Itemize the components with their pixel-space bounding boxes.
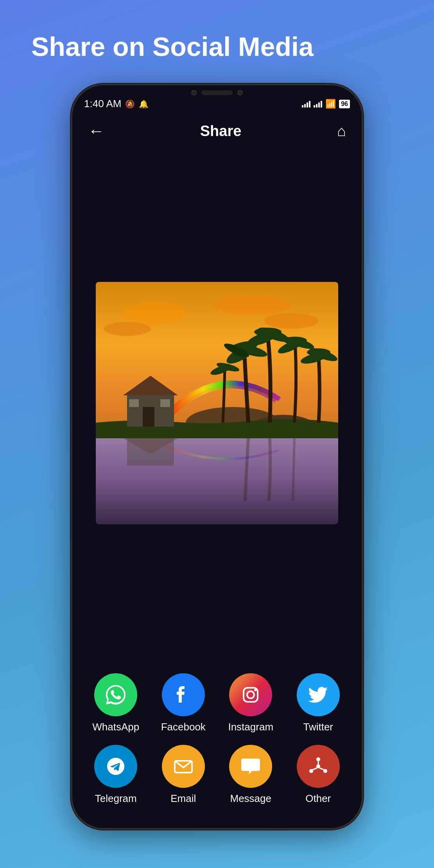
telegram-label: Telegram: [95, 793, 137, 805]
twitter-label: Twitter: [303, 721, 333, 733]
app-bar: ← Share ⌂: [72, 114, 362, 148]
back-button[interactable]: ←: [88, 122, 104, 140]
page-title-text: Share on Social Media: [0, 0, 434, 85]
svg-rect-11: [129, 399, 139, 407]
svg-point-4: [264, 313, 319, 329]
svg-rect-12: [160, 399, 170, 407]
speaker-notch: [201, 90, 233, 95]
svg-point-19: [254, 328, 282, 336]
twitter-icon: [307, 683, 330, 707]
svg-point-5: [104, 322, 151, 336]
sunset-svg: [96, 282, 338, 524]
other-icon-circle: [297, 745, 340, 788]
instagram-icon-circle: [229, 673, 272, 716]
share-item-instagram[interactable]: Instagram: [223, 673, 279, 733]
whatsapp-icon: [104, 683, 127, 707]
svg-line-40: [319, 768, 324, 770]
message-icon: [239, 755, 262, 778]
image-container: [72, 148, 362, 658]
time-display: 1:40 AM: [84, 98, 121, 110]
email-icon: [172, 755, 195, 778]
status-right: 📶 96: [302, 99, 350, 109]
svg-line-39: [312, 768, 317, 770]
email-label: Email: [170, 793, 196, 805]
svg-point-2: [123, 301, 186, 325]
share-item-twitter[interactable]: Twitter: [291, 673, 346, 733]
whatsapp-label: WhatsApp: [92, 721, 139, 733]
camera-dot-1: [191, 90, 197, 95]
facebook-icon-circle: [162, 673, 205, 716]
svg-point-32: [254, 689, 256, 691]
signal-1: [302, 100, 310, 108]
share-item-facebook[interactable]: Facebook: [156, 673, 212, 733]
share-item-telegram[interactable]: Telegram: [88, 745, 144, 805]
home-button[interactable]: ⌂: [337, 123, 346, 140]
message-label: Message: [230, 793, 272, 805]
other-icon: [307, 755, 330, 778]
share-item-email[interactable]: Email: [156, 745, 212, 805]
share-item-other[interactable]: Other: [291, 745, 346, 805]
phone-screen: 1:40 AM 🔕 🔔: [72, 85, 362, 828]
instagram-icon: [239, 683, 262, 707]
status-bar: 1:40 AM 🔕 🔔: [72, 85, 362, 114]
facebook-label: Facebook: [161, 721, 206, 733]
svg-rect-10: [143, 407, 154, 427]
svg-point-3: [213, 296, 291, 315]
svg-point-22: [283, 337, 307, 344]
whatsapp-icon-circle: [94, 673, 137, 716]
screen-title: Share: [200, 123, 242, 140]
wifi-icon: 📶: [325, 99, 336, 109]
camera-area: [191, 90, 243, 95]
other-label: Other: [305, 793, 331, 805]
camera-dot-2: [237, 90, 243, 95]
facebook-icon: [172, 683, 195, 707]
twitter-icon-circle: [297, 673, 340, 716]
svg-point-31: [247, 691, 254, 698]
instagram-label: Instagram: [228, 721, 273, 733]
battery-indicator: 96: [339, 100, 350, 108]
share-item-whatsapp[interactable]: WhatsApp: [88, 673, 144, 733]
mute-icon: 🔕: [125, 99, 135, 109]
telegram-icon-circle: [94, 745, 137, 788]
share-grid: WhatsApp Facebook: [72, 658, 362, 828]
status-left: 1:40 AM 🔕 🔔: [84, 98, 149, 110]
telegram-icon: [104, 755, 127, 778]
sunset-image: [96, 282, 338, 524]
share-item-message[interactable]: Message: [223, 745, 279, 805]
svg-point-25: [307, 348, 330, 356]
email-icon-circle: [162, 745, 205, 788]
notification-icon: 🔔: [139, 99, 149, 109]
phone-wrapper: 1:40 AM 🔕 🔔: [72, 85, 362, 828]
phone-body: 1:40 AM 🔕 🔔: [72, 85, 362, 828]
svg-point-35: [316, 757, 320, 761]
signal-2: [314, 100, 322, 108]
message-icon-circle: [229, 745, 272, 788]
